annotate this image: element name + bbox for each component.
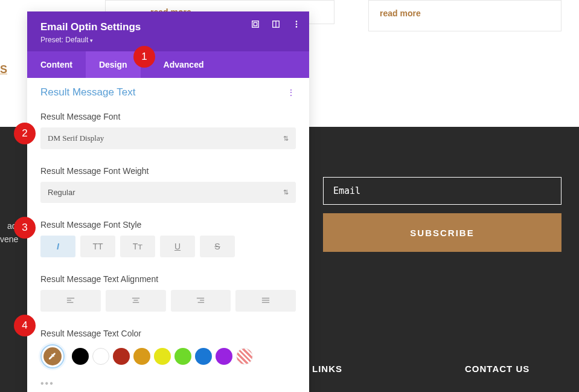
style-strike-button[interactable]: S	[200, 236, 235, 257]
tab-content[interactable]: Content	[27, 51, 86, 78]
panel-preset-dropdown[interactable]: Preset: Default	[40, 36, 296, 44]
dock-icon[interactable]	[272, 20, 280, 31]
align-justify-button[interactable]	[235, 290, 296, 312]
annotation-badge-3: 3	[14, 217, 36, 239]
weight-value: Regular	[48, 188, 75, 197]
color-black[interactable]	[72, 348, 89, 365]
tab-bar: Content Design Advanced	[27, 51, 309, 78]
color-purple[interactable]	[216, 348, 232, 365]
color-picker-eyedropper[interactable]	[40, 344, 65, 368]
settings-panel: Email Optin Settings Preset: Default Con…	[27, 11, 309, 392]
section-more-icon[interactable]: ⋮	[287, 88, 296, 97]
more-icon[interactable]	[292, 20, 301, 31]
color-blue[interactable]	[195, 348, 212, 365]
section-title-text: Result Message Text	[40, 86, 135, 98]
read-more-link-2[interactable]: read more	[380, 8, 421, 18]
label-style: Result Message Font Style	[40, 220, 296, 230]
font-select[interactable]: DM Serif Display ⇅	[40, 127, 296, 149]
select-arrow-icon: ⇅	[283, 188, 289, 196]
label-color: Result Message Text Color	[40, 329, 296, 338]
annotation-badge-2: 2	[14, 123, 36, 144]
more-options-button[interactable]: •••	[27, 373, 309, 392]
color-white[interactable]	[92, 348, 109, 365]
select-arrow-icon: ⇅	[283, 135, 289, 143]
label-font: Result Message Font	[40, 112, 296, 121]
color-amber[interactable]	[133, 348, 150, 365]
svg-point-4	[296, 21, 298, 22]
sidebar-categories-fragment: S	[0, 63, 7, 76]
style-underline-button[interactable]: U	[160, 236, 195, 257]
weight-select[interactable]: Regular ⇅	[40, 182, 296, 203]
footer-contact-heading: CONTACT US	[465, 364, 529, 374]
annotation-badge-1: 1	[133, 46, 155, 68]
style-italic-button[interactable]: I	[40, 236, 75, 257]
expand-icon[interactable]	[251, 20, 260, 31]
annotation-badge-4: 4	[14, 315, 36, 336]
style-smallcaps-button[interactable]: Tᴛ	[120, 236, 155, 257]
color-red[interactable]	[113, 348, 130, 365]
font-value: DM Serif Display	[48, 133, 104, 143]
subscribe-button[interactable]: SUBSCRIBE	[323, 213, 561, 252]
color-lime[interactable]	[174, 348, 191, 365]
color-yellow[interactable]	[154, 348, 171, 365]
style-uppercase-button[interactable]: TT	[80, 236, 115, 257]
align-right-button[interactable]	[171, 290, 231, 312]
svg-rect-1	[254, 22, 257, 25]
footer-links-heading: LINKS	[312, 364, 342, 374]
bg-text-vene: vene	[0, 234, 18, 244]
align-left-button[interactable]	[40, 290, 101, 312]
svg-point-6	[296, 26, 298, 28]
label-weight: Result Message Font Weight	[40, 166, 296, 176]
color-none[interactable]	[236, 348, 253, 365]
tab-advanced[interactable]: Advanced	[150, 51, 217, 78]
tab-design[interactable]: Design	[86, 51, 141, 78]
align-center-button[interactable]	[106, 290, 166, 312]
section-header[interactable]: Result Message Text ⋮	[27, 78, 309, 107]
panel-header: Email Optin Settings Preset: Default	[27, 11, 309, 51]
label-alignment: Result Message Text Alignment	[40, 274, 296, 284]
email-field[interactable]	[323, 177, 561, 205]
svg-rect-0	[252, 21, 259, 28]
svg-point-5	[296, 24, 298, 25]
